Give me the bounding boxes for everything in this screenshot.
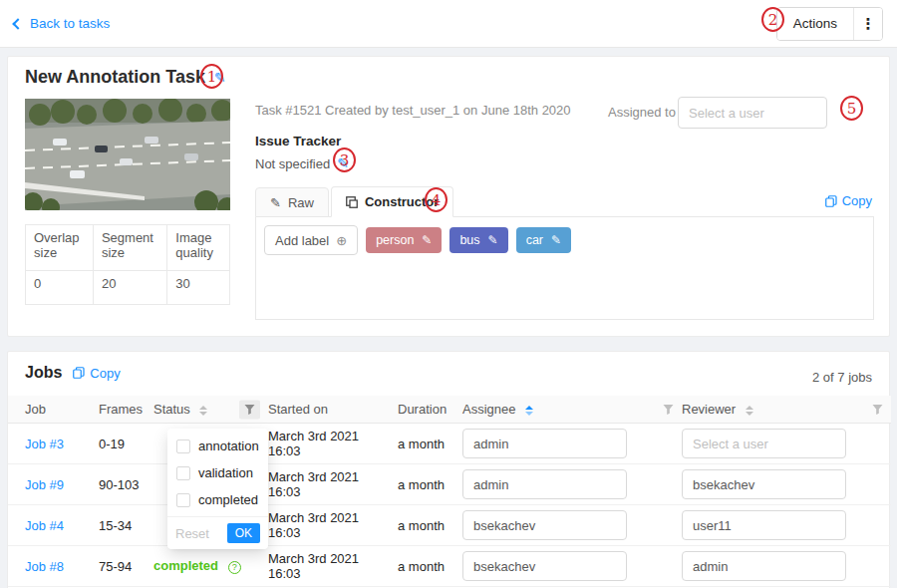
annotation-circle-1: 1: [200, 64, 223, 89]
column-header-status[interactable]: Status: [153, 396, 268, 424]
labels-constructor-panel: Add label ⊕ person ✎ bus ✎ car ✎: [255, 216, 874, 320]
filter-option-completed[interactable]: completed: [167, 486, 268, 513]
block-icon: [346, 196, 358, 208]
pencil-icon: ✎: [270, 195, 281, 210]
job-link[interactable]: Job #3: [25, 437, 64, 451]
task-details-card: New Annotation Task ✎: [7, 56, 890, 337]
checkbox-icon[interactable]: [176, 493, 190, 507]
annotation-circle-5: 5: [840, 96, 863, 121]
jobs-copy-label: Copy: [90, 366, 120, 381]
reviewer-input[interactable]: [682, 469, 846, 499]
copy-icon: [825, 195, 837, 207]
status-filter-icon[interactable]: [239, 400, 260, 419]
param-value-segment: 20: [93, 271, 166, 305]
issue-tracker-label: Issue Tracker: [255, 134, 341, 148]
filter-option-label: validation: [198, 465, 253, 480]
assignee-input[interactable]: [462, 469, 627, 499]
job-link[interactable]: Job #8: [25, 559, 64, 574]
edit-label-icon[interactable]: ✎: [422, 233, 432, 247]
job-status: completed: [153, 558, 218, 573]
labels-row: Add label ⊕ person ✎ bus ✎ car ✎: [264, 225, 865, 255]
checkbox-icon[interactable]: [176, 440, 190, 453]
status-filter-dropdown: annotation validation completed Reset OK: [167, 429, 268, 549]
filter-option-label: completed: [198, 492, 258, 507]
assigned-to-input[interactable]: [678, 97, 827, 129]
jobs-table: Job Frames Status Started on Duration As…: [8, 396, 891, 587]
reviewer-filter-icon[interactable]: [872, 404, 883, 415]
duration-cell: a month: [398, 464, 462, 505]
annotation-circle-4: 4: [425, 187, 448, 212]
param-value-quality: 30: [167, 271, 230, 305]
filter-option-validation[interactable]: validation: [167, 459, 268, 486]
add-label-button[interactable]: Add label ⊕: [264, 225, 358, 255]
reviewer-input[interactable]: [682, 429, 846, 458]
tab-raw[interactable]: ✎ Raw: [255, 187, 329, 217]
started-cell: March 3rd 2021 16:03: [268, 546, 398, 587]
started-cell: March 3rd 2021 16:03: [268, 424, 398, 464]
job-row: Job #4 15-34 March 3rd 2021 16:03 a mont…: [8, 505, 891, 546]
filter-option-label: annotation: [198, 439, 259, 453]
label-tag-person[interactable]: person ✎: [366, 227, 442, 253]
back-to-tasks-label: Back to tasks: [30, 16, 110, 31]
sort-caret[interactable]: [746, 406, 753, 416]
assignee-input[interactable]: [462, 510, 627, 540]
started-cell: March 3rd 2021 16:03: [268, 464, 398, 505]
filter-option-annotation[interactable]: annotation: [167, 433, 268, 459]
task-params-table: Overlap size Segment size Image quality …: [25, 224, 230, 305]
assignee-input[interactable]: [462, 551, 627, 581]
frames-cell: 90-103: [99, 464, 153, 505]
label-name: person: [376, 233, 414, 247]
filter-footer: Reset OK: [167, 516, 268, 549]
filter-reset-button[interactable]: Reset: [175, 526, 209, 541]
duration-cell: a month: [398, 505, 462, 546]
edit-label-icon[interactable]: ✎: [488, 233, 498, 247]
column-header-reviewer[interactable]: Reviewer: [682, 396, 891, 424]
frames-cell: 0-19: [99, 424, 153, 464]
edit-label-icon[interactable]: ✎: [551, 233, 561, 247]
job-link[interactable]: Job #9: [25, 477, 64, 492]
question-circle-icon[interactable]: ?: [228, 561, 241, 574]
started-cell: March 3rd 2021 16:03: [268, 505, 398, 546]
checkbox-icon[interactable]: [176, 466, 190, 480]
annotation-circle-3: 3: [333, 147, 356, 172]
sort-caret[interactable]: [199, 406, 207, 416]
jobs-card: Jobs Copy 2 of 7 jobs Job Frames Status: [7, 351, 890, 588]
reviewer-input[interactable]: [682, 551, 846, 581]
task-meta: Task #1521 Created by test_user_1 on Jun…: [255, 103, 571, 118]
assignee-filter-icon[interactable]: [663, 404, 674, 415]
label-name: bus: [459, 233, 479, 247]
frames-cell: 75-94: [99, 546, 153, 587]
assigned-to-label: Assigned to: [608, 105, 676, 120]
jobs-table-header-row: Job Frames Status Started on Duration As…: [8, 396, 891, 424]
tab-raw-label: Raw: [288, 195, 314, 210]
jobs-copy-link[interactable]: Copy: [73, 366, 120, 381]
label-tag-car[interactable]: car ✎: [516, 227, 571, 253]
column-header-duration: Duration: [398, 396, 462, 424]
back-to-tasks-link[interactable]: Back to tasks: [14, 16, 110, 31]
jobs-title: Jobs: [25, 364, 62, 382]
frames-cell: 15-34: [99, 505, 153, 546]
label-name: car: [526, 233, 543, 247]
column-header-assignee[interactable]: Assignee: [462, 396, 682, 424]
reviewer-input[interactable]: [682, 510, 846, 540]
traffic-scene-image: [25, 99, 230, 210]
filter-ok-button[interactable]: OK: [227, 523, 260, 543]
sort-caret-active[interactable]: [525, 406, 533, 416]
jobs-count: 2 of 7 jobs: [812, 370, 872, 385]
param-header-segment: Segment size: [93, 225, 166, 271]
param-value-overlap: 0: [26, 271, 94, 305]
param-header-overlap: Overlap size: [26, 225, 94, 271]
label-tag-bus[interactable]: bus ✎: [449, 227, 507, 253]
chevron-left-icon: [12, 18, 23, 29]
add-label-text: Add label: [275, 233, 329, 248]
plus-circle-icon: ⊕: [336, 233, 347, 248]
kebab-menu-icon[interactable]: ⋮: [854, 8, 882, 40]
issue-tracker-value: Not specified: [255, 156, 330, 171]
actions-button[interactable]: Actions: [777, 8, 853, 40]
status-cell: completed ?: [153, 546, 268, 587]
job-row: Job #8 75-94 completed ? March 3rd 2021 …: [8, 546, 891, 587]
assignee-input[interactable]: [462, 429, 627, 458]
labels-copy-link[interactable]: Copy: [825, 193, 872, 208]
job-link[interactable]: Job #4: [25, 518, 64, 533]
annotation-circle-2: 2: [761, 7, 784, 32]
